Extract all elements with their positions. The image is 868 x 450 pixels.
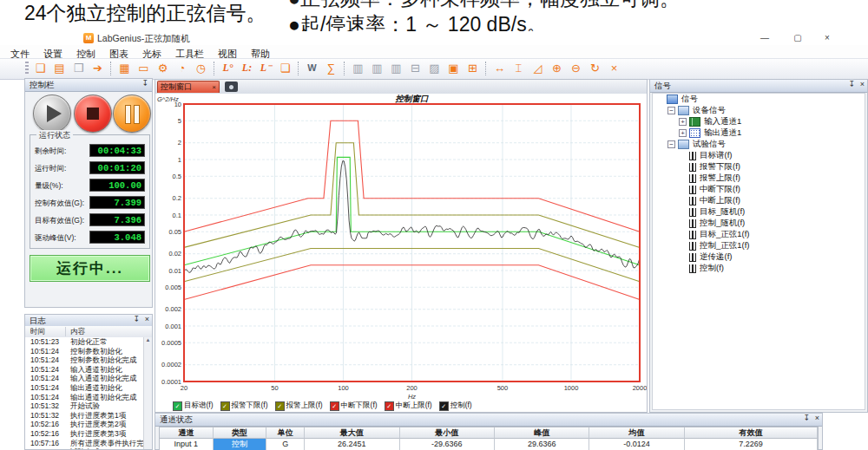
- close-icon[interactable]: ×: [145, 315, 149, 323]
- tab-control-window[interactable]: 控制窗口 ×: [157, 81, 220, 93]
- fit-width-icon[interactable]: ↔: [490, 60, 509, 76]
- layout-icon[interactable]: ▣: [444, 60, 463, 76]
- legend-item[interactable]: ✓控制(f): [439, 401, 472, 411]
- maximize-button[interactable]: ▢: [786, 31, 809, 44]
- pin-icon[interactable]: ↧: [141, 79, 148, 88]
- snapshot-icon[interactable]: [225, 82, 238, 92]
- tree-item[interactable]: 目标谱(f): [653, 150, 865, 161]
- legend-checkbox-icon[interactable]: ✓: [439, 401, 449, 411]
- refresh-icon[interactable]: ↻: [586, 60, 604, 76]
- log-row: 10:52:16执行进度表第3项: [25, 429, 144, 439]
- clipped-bullet-line: ●正弦频率：多种采样频率，幅度独立可调。: [288, 0, 680, 12]
- bar-chart3-icon[interactable]: ▥: [387, 60, 405, 76]
- tree-item[interactable]: 中断上限(f): [653, 195, 865, 206]
- pin-icon[interactable]: ↧: [133, 315, 140, 323]
- svg-text:控制窗口: 控制窗口: [395, 94, 430, 103]
- close-icon[interactable]: ×: [815, 414, 819, 422]
- scroll-up-icon[interactable]: ▲: [146, 337, 151, 342]
- bar-chart1-icon[interactable]: ▥: [349, 60, 367, 76]
- svg-text:0.01: 0.01: [168, 267, 181, 275]
- control-chart-area[interactable]: 105210.50.20.10.050.020.010.0050.0020.00…: [155, 94, 647, 412]
- chart-list-icon[interactable]: ⊟: [406, 60, 424, 76]
- tree-item[interactable]: 逆传递(f): [653, 251, 865, 263]
- pin-icon[interactable]: ↧: [803, 414, 810, 422]
- collapse-icon[interactable]: −: [667, 140, 675, 148]
- legend-item[interactable]: ✓中断上限(f): [385, 401, 432, 411]
- signal-icon: [689, 219, 696, 228]
- chart-shade-icon[interactable]: ▨: [425, 60, 444, 76]
- monitor-icon[interactable]: ▭: [135, 60, 153, 76]
- tree-item[interactable]: +输出通道1: [653, 127, 865, 139]
- export-icon[interactable]: ➔: [89, 60, 107, 76]
- tab-close-icon[interactable]: ×: [212, 82, 216, 93]
- collapse-icon[interactable]: −: [667, 107, 675, 114]
- pin-icon[interactable]: ↧: [848, 80, 855, 88]
- new-file-icon[interactable]: ❑: [31, 60, 49, 76]
- toolbar-drag-handle[interactable]: [25, 62, 29, 75]
- stop-button[interactable]: [74, 95, 112, 133]
- tree-item[interactable]: 目标_正弦1(f): [653, 229, 865, 240]
- pie-icon[interactable]: ◔: [173, 60, 191, 76]
- legend-checkbox-icon[interactable]: ✓: [220, 401, 230, 411]
- settings-gear-icon[interactable]: ⚙: [154, 60, 172, 76]
- bar-chart2-icon[interactable]: ▥: [368, 60, 386, 76]
- expand-icon[interactable]: +: [679, 129, 687, 137]
- cascade-windows-icon[interactable]: ❏: [276, 60, 294, 76]
- fit-height-icon[interactable]: ⌶: [510, 60, 528, 76]
- tree-item[interactable]: −设备信号: [653, 105, 865, 116]
- legend-checkbox-icon[interactable]: ✓: [330, 401, 339, 411]
- running-status-button[interactable]: 运行中...: [30, 255, 150, 282]
- legend-checkbox-icon[interactable]: ✓: [173, 401, 182, 411]
- tree-item[interactable]: 控制(f): [653, 263, 865, 274]
- cursor-l1-icon[interactable]: L°: [219, 60, 237, 76]
- save-icon[interactable]: ▤: [50, 60, 69, 76]
- zoom-in-icon[interactable]: ⊕: [548, 60, 566, 76]
- close-button[interactable]: ×: [816, 31, 838, 44]
- legend-item[interactable]: ✓中断下限(f): [330, 401, 378, 411]
- cursor-l3-icon[interactable]: L⁻: [257, 60, 275, 76]
- word-report-icon[interactable]: W: [303, 60, 321, 76]
- log-time: 10:51:24: [30, 347, 59, 355]
- pause-button[interactable]: [113, 95, 151, 133]
- legend-item[interactable]: ✓报警下限(f): [220, 401, 268, 411]
- fit-diagonal-icon[interactable]: ◿: [529, 60, 547, 76]
- window-title: LabGenius-正弦加随机: [97, 33, 190, 45]
- log-row: 10:51:24输入通道初始化完成: [25, 374, 144, 383]
- legend-item[interactable]: ✓目标谱(f): [173, 401, 214, 411]
- signal-icon: [689, 174, 696, 183]
- tree-item[interactable]: 控制_随机(f): [653, 218, 865, 229]
- cancel-icon[interactable]: ×: [605, 60, 623, 76]
- tree-item[interactable]: 目标_随机(f): [653, 206, 865, 218]
- tree-item[interactable]: +输入通道1: [653, 116, 865, 127]
- legend-item[interactable]: ✓报警上限(f): [275, 401, 323, 411]
- channel-cell: 控制: [214, 439, 267, 450]
- play-button[interactable]: [33, 95, 71, 133]
- toolbox-icon[interactable]: ▦: [115, 60, 134, 76]
- tree-item[interactable]: 中断下限(f): [653, 184, 865, 195]
- tree-item[interactable]: 信号: [653, 94, 865, 105]
- channel-status-title: 通道状态: [160, 414, 193, 424]
- legend-checkbox-icon[interactable]: ✓: [385, 401, 394, 411]
- zoom-out-icon[interactable]: ⊖: [567, 60, 585, 76]
- close-icon[interactable]: ×: [860, 80, 865, 88]
- log-scrollbar[interactable]: ▲: [143, 337, 152, 449]
- tree-item[interactable]: 报警下限(f): [653, 161, 865, 173]
- cursor-l2-icon[interactable]: L:: [238, 60, 256, 76]
- tree-item[interactable]: 报警上限(f): [653, 173, 865, 184]
- svg-text:0.002: 0.002: [165, 305, 181, 313]
- channel-cell: 7.2269: [685, 439, 818, 450]
- input-channel-icon: [689, 117, 700, 127]
- open-icon[interactable]: ❒: [69, 60, 88, 76]
- svg-text:2000: 2000: [633, 384, 647, 392]
- minimize-button[interactable]: —: [753, 31, 776, 44]
- tree-item[interactable]: 控制_正弦1(f): [653, 240, 865, 251]
- channel-table-row[interactable]: Input 1控制G26.2451-29.636629.6366-0.01247…: [160, 439, 818, 450]
- calculator-icon[interactable]: ⊞: [464, 60, 482, 76]
- tree-item-label: 输出通道1: [704, 127, 741, 139]
- stop-icon: [87, 108, 99, 120]
- legend-checkbox-icon[interactable]: ✓: [275, 401, 285, 411]
- sum-icon[interactable]: ∑: [322, 60, 340, 76]
- tree-item[interactable]: −试验信号: [653, 139, 865, 150]
- clock-icon[interactable]: ◷: [192, 60, 210, 76]
- expand-icon[interactable]: +: [679, 118, 687, 126]
